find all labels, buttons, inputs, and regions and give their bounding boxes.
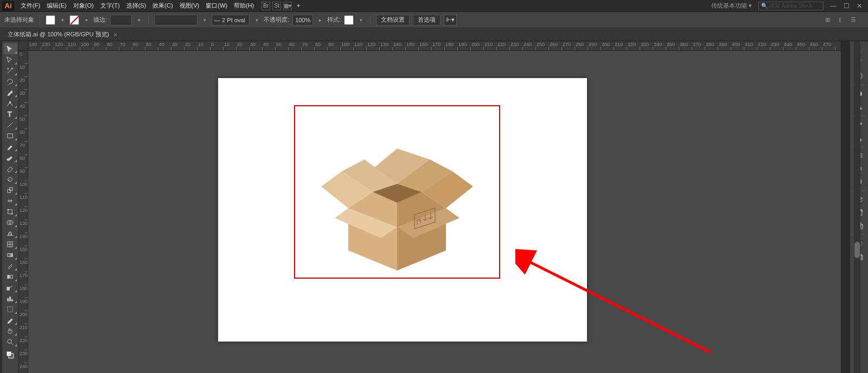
- fill-stroke-swap[interactable]: [3, 349, 17, 360]
- menu-object[interactable]: 对象(O): [70, 1, 97, 11]
- svg-rect-7: [10, 187, 13, 190]
- selection-tool[interactable]: [3, 43, 17, 54]
- search-stock[interactable]: 🔍 搜索 Adobe Stock: [758, 2, 824, 10]
- vertical-ruler[interactable]: 0102030405060708090100110120130140150160…: [18, 51, 28, 373]
- dash-profile[interactable]: — 2 Pt oval: [212, 15, 250, 25]
- opacity-more[interactable]: ▸: [316, 15, 324, 25]
- stroke-weight-input[interactable]: [110, 15, 132, 25]
- document-tab-title: 立体纸箱.ai @ 100% (RGB/GPU 预览): [8, 30, 109, 38]
- svg-point-22: [8, 339, 12, 343]
- rotate-tool[interactable]: [3, 173, 17, 184]
- fill-swatch[interactable]: [46, 15, 55, 25]
- svg-rect-19: [10, 297, 11, 301]
- preferences-button[interactable]: 首选项: [413, 15, 441, 25]
- mesh-tool[interactable]: [3, 239, 17, 249]
- arrange-icon[interactable]: ▦▾: [283, 2, 292, 10]
- stroke-weight-dropdown[interactable]: ▾: [135, 15, 143, 25]
- eraser-tool[interactable]: [3, 163, 17, 173]
- menu-help[interactable]: 帮助(H): [231, 1, 257, 11]
- layout-icon-3[interactable]: ☰: [847, 15, 859, 24]
- style-label: 样式:: [327, 16, 341, 24]
- vertical-scrollbar[interactable]: [854, 41, 860, 373]
- menu-bar: Ai 文件(F) 编辑(E) 对象(O) 文字(T) 选择(S) 效果(C) 视…: [0, 0, 868, 12]
- line-tool[interactable]: [3, 119, 17, 130]
- document-tab-bar: 立体纸箱.ai @ 100% (RGB/GPU 预览) ×: [0, 28, 868, 41]
- svg-point-5: [7, 158, 9, 160]
- document-setup-button[interactable]: 文档设置: [376, 15, 410, 25]
- gpu-icon[interactable]: ✦: [294, 2, 303, 10]
- magic-wand-tool[interactable]: [3, 65, 17, 76]
- artboard: [218, 78, 587, 342]
- svg-point-1: [9, 101, 11, 103]
- menu-file[interactable]: 文件(F): [17, 1, 43, 11]
- stroke-label: 描边:: [93, 16, 107, 24]
- workspace: 1401301201101009080706050403020100102030…: [18, 41, 841, 373]
- layout-icon-2[interactable]: ⫿: [835, 15, 845, 24]
- opacity-label: 不透明度:: [264, 16, 289, 24]
- svg-rect-21: [8, 306, 12, 311]
- svg-rect-18: [8, 298, 9, 301]
- canvas[interactable]: [28, 51, 841, 373]
- svg-line-23: [11, 343, 13, 345]
- svg-rect-4: [8, 133, 12, 138]
- paintbrush-tool[interactable]: [3, 141, 17, 152]
- blend-tool[interactable]: [3, 271, 17, 282]
- brush-dropdown[interactable]: ▾: [201, 15, 208, 25]
- workspace-switcher[interactable]: 传统基本功能 ▾: [708, 1, 755, 11]
- scale-tool[interactable]: [3, 184, 17, 195]
- dash-dropdown[interactable]: ▾: [253, 15, 260, 25]
- width-tool[interactable]: [3, 195, 17, 206]
- artboard-tool[interactable]: [3, 304, 17, 314]
- stroke-swatch-dropdown[interactable]: ▾: [82, 15, 90, 25]
- shape-builder-tool[interactable]: [3, 217, 17, 228]
- stroke-swatch[interactable]: [69, 15, 79, 25]
- column-graph-tool[interactable]: [3, 293, 17, 304]
- curvature-tool[interactable]: [3, 98, 17, 108]
- hand-tool[interactable]: [3, 325, 17, 336]
- type-tool[interactable]: T: [3, 108, 17, 119]
- zoom-tool[interactable]: [3, 336, 17, 347]
- brush-input[interactable]: [154, 15, 197, 25]
- free-transform-tool[interactable]: [3, 206, 17, 217]
- window-minimize[interactable]: —: [827, 1, 840, 11]
- svg-text:T: T: [8, 110, 12, 118]
- lasso-tool[interactable]: [3, 76, 17, 87]
- pen-tool[interactable]: [3, 87, 17, 98]
- scroll-gutter: [841, 41, 850, 373]
- menu-effect[interactable]: 效果(C): [149, 1, 176, 11]
- ruler-origin[interactable]: [18, 41, 28, 51]
- style-swatch[interactable]: [344, 15, 354, 25]
- menu-type[interactable]: 文字(T): [97, 1, 123, 11]
- selection-status: 未选择对象: [4, 16, 34, 24]
- document-tab[interactable]: 立体纸箱.ai @ 100% (RGB/GPU 预览) ×: [2, 29, 123, 40]
- menu-select[interactable]: 选择(S): [123, 1, 150, 11]
- tab-close-icon[interactable]: ×: [113, 31, 117, 38]
- window-maximize[interactable]: ☐: [840, 1, 853, 11]
- shaper-tool[interactable]: [3, 152, 17, 163]
- perspective-grid-tool[interactable]: [3, 228, 17, 239]
- symbol-sprayer-tool[interactable]: [3, 282, 17, 293]
- fill-dropdown[interactable]: ▾: [59, 15, 66, 25]
- svg-rect-17: [7, 287, 10, 290]
- style-dropdown[interactable]: ▾: [357, 15, 365, 25]
- menu-window[interactable]: 窗口(W): [202, 1, 231, 11]
- menu-view[interactable]: 视图(V): [176, 1, 203, 11]
- opacity-input[interactable]: [292, 15, 313, 25]
- svg-rect-14: [8, 253, 12, 256]
- layout-icon-1[interactable]: ⊞: [822, 15, 833, 24]
- slice-tool[interactable]: [3, 314, 17, 325]
- stock-icon[interactable]: St: [272, 2, 281, 10]
- align-button[interactable]: ⊩▾: [444, 15, 457, 25]
- svg-rect-15: [8, 275, 10, 278]
- svg-rect-6: [8, 189, 11, 192]
- svg-point-10: [11, 213, 12, 214]
- rectangle-tool[interactable]: [3, 130, 17, 141]
- menu-edit[interactable]: 编辑(E): [43, 1, 70, 11]
- horizontal-ruler[interactable]: 1401301201101009080706050403020100102030…: [28, 41, 841, 51]
- direct-selection-tool[interactable]: [3, 54, 17, 65]
- bridge-icon[interactable]: Br: [261, 2, 270, 10]
- gradient-tool[interactable]: [3, 249, 17, 260]
- window-close[interactable]: ✕: [853, 1, 866, 11]
- svg-point-9: [8, 209, 9, 210]
- eyedropper-tool[interactable]: [3, 260, 17, 271]
